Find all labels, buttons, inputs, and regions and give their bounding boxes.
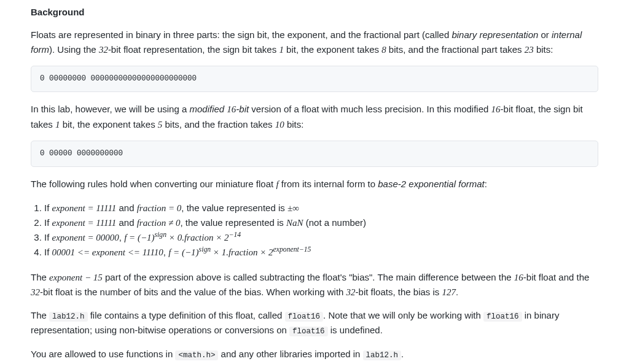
code-math-h: <math.h> <box>175 350 218 360</box>
term-modified: modified <box>189 104 227 114</box>
text: bit, the exponent takes <box>60 119 158 130</box>
sup-sign: sign <box>199 246 211 254</box>
text: -bit float is the number of bits and the… <box>40 287 346 297</box>
op-times: × <box>166 233 178 242</box>
number-1: 1 <box>279 45 284 55</box>
val-00001: 00001 <box>52 247 76 257</box>
number-1: 1 <box>55 120 60 130</box>
text: The following rules hold when converting… <box>31 179 276 189</box>
rules-list: If exponent = 11111 and fraction = 0, th… <box>31 201 598 260</box>
code-lab12-h: lab12.h <box>363 350 402 360</box>
term-base2-exp-format: base-2 exponential format <box>378 179 484 189</box>
val-pm-infinity: ±∞ <box>287 203 299 213</box>
text: . Note that we will only be working with <box>323 310 483 320</box>
text: The <box>31 310 49 320</box>
sup-sign: sign <box>155 231 166 239</box>
text: bit, the exponent takes <box>284 44 381 55</box>
base-2: 2 <box>268 247 273 257</box>
op-neq: ≠ <box>166 218 176 228</box>
number-10: 10 <box>275 120 284 130</box>
section-heading-background: Background <box>31 5 598 19</box>
sup-neg14: −14 <box>229 231 241 239</box>
op-le: <= <box>75 247 92 257</box>
bias-paragraph: The exponent − 15 part of the expression… <box>31 270 598 300</box>
number-16: 16 <box>491 104 501 114</box>
op-eq: = <box>127 233 138 242</box>
intro-paragraph: Floats are represented in binary in thre… <box>31 28 598 57</box>
op-eq: = <box>85 233 96 242</box>
codeblock-16bit-layout: 0 00000 0000000000 <box>31 141 598 168</box>
lab-note-paragraph: In this lab, however, we will be using a… <box>31 102 598 132</box>
op-eq: = <box>166 203 177 213</box>
val-11111: 11111 <box>96 218 116 228</box>
var-fraction: fraction <box>229 247 258 257</box>
text: , <box>119 232 124 242</box>
var-fraction: fraction <box>137 203 166 213</box>
code-float16: float16 <box>289 327 328 336</box>
neg1-base: (−1) <box>182 247 199 257</box>
text: -bit float and the <box>523 272 590 282</box>
text: If <box>44 217 52 228</box>
text: ). Using the <box>49 44 99 55</box>
text: Floats are represented in binary in thre… <box>31 29 451 40</box>
op-eq: = <box>171 247 182 257</box>
number-32: 32 <box>31 287 40 297</box>
text: -bit <box>236 104 249 114</box>
rules-intro-paragraph: The following rules hold when converting… <box>31 177 598 192</box>
text: and any other libraries imported in <box>218 349 362 359</box>
text: (not a number) <box>303 217 367 228</box>
text: version of a float with much less precis… <box>249 104 491 114</box>
text: . <box>401 349 404 359</box>
text: bits: <box>284 119 304 130</box>
code-lab12-h: lab12.h <box>49 312 88 322</box>
var-fraction: fraction <box>137 218 166 228</box>
op-eq: = <box>85 203 96 213</box>
text: bits, and the fraction takes <box>162 119 275 130</box>
text: file contains a type definition of this … <box>88 310 285 320</box>
rule-item-4: If 00001 <= exponent <= 11110, f = (−1)s… <box>44 245 598 260</box>
text: and <box>116 203 136 213</box>
base-2: 2 <box>224 233 229 242</box>
rule-item-2: If exponent = 11111 and fraction ≠ 0, th… <box>44 215 598 230</box>
text: part of the expression above is called s… <box>103 272 514 282</box>
var-fraction: fraction <box>184 233 214 242</box>
number-16: 16 <box>227 104 236 114</box>
text: . <box>456 287 458 297</box>
text: bits: <box>534 44 553 55</box>
val-11111: 11111 <box>96 203 116 213</box>
text: : <box>485 179 487 189</box>
sup-exponent-minus-15: exponent−15 <box>273 246 311 254</box>
text: If <box>44 247 52 257</box>
rule-item-3: If exponent = 00000, f = (−1)sign × 0.fr… <box>44 230 598 245</box>
text: -bit floats, the bias is <box>356 287 442 297</box>
var-exponent: exponent <box>52 203 85 213</box>
file-paragraph: The lab12.h file contains a type definit… <box>31 308 598 338</box>
text: In this lab, however, we will be using a <box>31 104 189 114</box>
zero-point: 0. <box>178 233 184 242</box>
text: You are allowed to use functions in <box>31 349 175 359</box>
op-le: <= <box>125 247 143 257</box>
code-float16: float16 <box>483 312 522 322</box>
allowed-paragraph: You are allowed to use functions in <mat… <box>31 347 598 362</box>
var-exponent: exponent <box>52 218 85 228</box>
codeblock-32bit-layout: 0 00000000 00000000000000000000000 <box>31 66 598 93</box>
text: and <box>116 217 136 228</box>
text: , <box>163 247 168 257</box>
expr-exponent-minus-15: exponent − 15 <box>49 273 103 282</box>
op-times: × <box>213 233 224 242</box>
op-times: × <box>257 247 268 257</box>
text: If <box>44 203 52 213</box>
text: , the value represented is <box>181 203 287 213</box>
val-00000: 00000 <box>96 233 119 242</box>
neg1-base: (−1) <box>138 233 155 242</box>
var-exponent: exponent <box>52 233 85 242</box>
text: The <box>31 272 49 282</box>
number-8: 8 <box>381 45 386 55</box>
text: , the value represented is <box>180 217 286 228</box>
text: or <box>538 29 552 40</box>
term-binary-representation: binary representation <box>451 29 538 40</box>
number-127: 127 <box>442 287 456 297</box>
var-exponent: exponent <box>92 247 125 257</box>
number-16: 16 <box>514 273 523 282</box>
val-nan: NaN <box>286 218 303 228</box>
